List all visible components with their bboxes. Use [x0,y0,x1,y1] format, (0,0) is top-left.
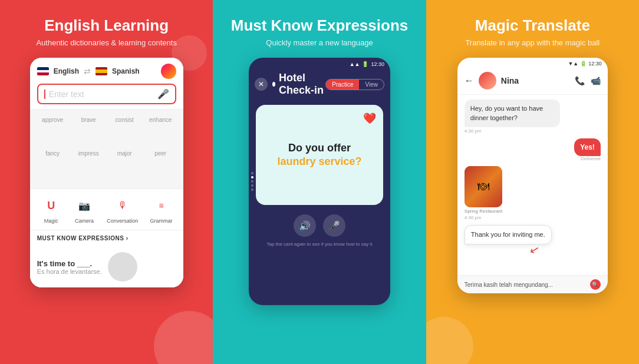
thank-you-bubble: Thank you for inviting me. [465,225,552,244]
panel3-subtitle: Translate in any app with the magic ball [465,38,600,47]
image-message: 🍽 Spring Restaurant 4:30 pm [465,166,502,220]
input-placeholder: Enter text [49,90,157,99]
magic-nav-item[interactable]: U Magic [41,195,62,224]
chat-header: ← Nina 📞 📹 [457,68,608,95]
panel-english-learning: English Learning Authentic dictionaries … [0,0,213,364]
dot-5 [251,188,253,191]
card-hint-text: Tap the card again to see if you know ho… [267,241,373,247]
text-cursor [44,90,45,99]
action-buttons: 🔊 🎤 [294,214,345,237]
panel3-title: Magic Translate [475,16,590,35]
word-approve[interactable]: approve [37,117,68,148]
word-consist[interactable]: consist [109,117,140,148]
signal-icon: ▲▲ [350,61,360,67]
camera-nav-item[interactable]: 📷 Camera [74,195,95,224]
panel-must-know: Must Know Expressions Quickly master a n… [213,0,426,364]
panel-magic-translate: Magic Translate Translate in any app wit… [426,0,639,364]
english-flag [37,67,49,75]
person-silhouette [108,252,137,282]
topic-dot [272,82,275,87]
word-enhance[interactable]: enhance [145,117,176,148]
chat-action-icons: 📞 📹 [575,76,601,85]
spanish-flag [95,67,107,75]
word-major[interactable]: major [109,150,140,181]
microphone-icon[interactable]: 🎤 [157,88,169,100]
speaker-button[interactable]: 🔊 [294,214,316,237]
panel1-title: English Learning [44,16,169,35]
battery-icon: 🔋 [362,61,368,67]
phone2-bottom: 🔊 🎤 Tap the card again to see if you kno… [249,209,390,253]
word-peer[interactable]: peer [145,150,176,181]
translator-topbar: English ⇄ Spanish Enter text 🎤 [30,58,183,110]
lang-to: Spanish [112,67,140,75]
practice-view-toggle[interactable]: Practice View [325,79,384,90]
progress-dots [251,172,253,191]
bottom-nav: U Magic 📷 Camera 🎙 Conversation ≡ Gramma… [30,188,183,230]
conversation-icon: 🎙 [112,195,133,216]
card-highlight: laundry service? [277,155,361,167]
msg-bubble-incoming-1: Hey, do you want to have dinner together… [465,100,560,127]
fill-blank-translation: Es hora de levantarse. [37,268,102,275]
language-row: English ⇄ Spanish [37,64,176,79]
fill-blank-text: It's time to ___. [37,259,102,268]
heart-icon[interactable]: ❤️ [363,112,376,125]
topic-title: Hotel Check-in [279,72,325,97]
card-question: Do you offer laundry service? [277,141,361,169]
magic-label: Magic [44,218,58,224]
view-button[interactable]: View [359,80,384,90]
close-button[interactable]: ✕ [255,78,268,91]
must-know-header[interactable]: MUST KNOW EXPRESSIONS › [30,230,183,246]
translatable-message: Thank you for inviting me. ↙ [465,225,552,244]
grammar-label: Grammar [150,218,173,224]
vocabulary-grid: approve brave consist enhance fancy impr… [30,110,183,188]
camera-icon: 📷 [74,195,95,216]
status-time-3: 12:30 [588,61,602,67]
panel2-subtitle: Quickly master a new language [266,38,373,47]
grammar-nav-item[interactable]: ≡ Grammar [150,195,173,224]
chat-messages: Hey, do you want to have dinner together… [457,95,608,275]
outgoing-message-1: Yes! Delivered [574,138,601,161]
msg-bubble-outgoing: Yes! [574,138,601,156]
practice-button[interactable]: Practice [326,80,359,90]
text-input-box[interactable]: Enter text 🎤 [37,84,176,104]
lang-from: English [54,67,79,75]
phone2-header: ✕ Hotel Check-in Practice View [249,70,390,101]
search-translate-icon[interactable]: 🔍 [590,279,601,290]
word-impress[interactable]: impress [73,150,104,181]
magic-icon: U [41,195,62,216]
camera-label: Camera [75,218,94,224]
translated-text-bar: Terima kasih telah mengundang... 🔍 [457,275,608,293]
contact-avatar [479,72,496,90]
panel2-title: Must Know Expressions [231,16,409,35]
word-fancy[interactable]: fancy [37,150,68,181]
delivered-status: Delivered [574,156,601,161]
conversation-label: Conversation [107,218,138,224]
img-time: 4:30 pm [465,215,502,220]
swap-icon[interactable]: ⇄ [84,67,91,76]
conversation-nav-item[interactable]: 🎙 Conversation [107,195,138,224]
msg-time-1: 4:30 pm [465,128,560,134]
panel1-subtitle: Authentic dictionaries & learning conten… [36,38,176,47]
status-bar-2: ▲▲ 🔋 12:30 [249,58,390,70]
incoming-message-1: Hey, do you want to have dinner together… [465,100,560,134]
user-avatar [161,64,176,79]
video-icon[interactable]: 📹 [591,76,601,85]
status-bar-3: ▼▲ 🔋 12:30 [457,58,608,68]
dot-2 [251,176,253,178]
must-know-content: It's time to ___. Es hora de levantarse. [30,246,183,287]
grammar-icon: ≡ [151,195,172,216]
translated-output: Terima kasih telah mengundang... [465,282,587,288]
phone-mockup-3: ▼▲ 🔋 12:30 ← Nina 📞 📹 Hey, do you want t… [457,58,608,293]
dot-4 [251,184,253,187]
word-brave[interactable]: brave [73,117,104,148]
phone-icon[interactable]: 📞 [575,76,585,85]
contact-name: Nina [501,76,570,85]
status-time-2: 12:30 [371,61,384,67]
flashcard[interactable]: ❤️ Do you offer laundry service? [256,105,383,205]
mic-button[interactable]: 🎤 [323,214,345,237]
phone-mockup-1: English ⇄ Spanish Enter text 🎤 approve b… [30,58,183,287]
signal-icon-3: ▼▲ [568,61,578,67]
back-arrow-icon[interactable]: ← [465,75,474,86]
phone-mockup-2: ▲▲ 🔋 12:30 ✕ Hotel Check-in Practice Vie… [249,58,390,305]
dot-1 [251,172,253,174]
